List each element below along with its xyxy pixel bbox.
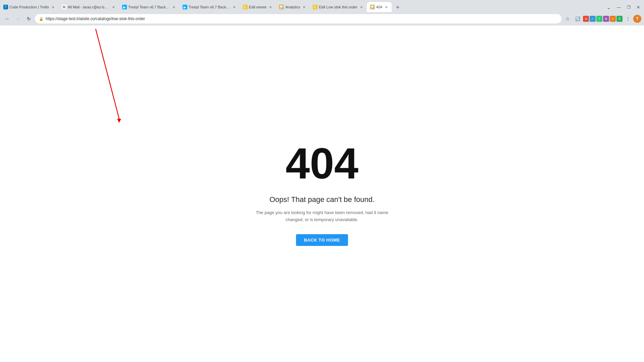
address-bar[interactable]: 🔒 https://stage-test.trialsite.co/catalo… [35,14,561,23]
ext-icon-2[interactable]: ✓ [590,16,596,22]
tab-trello[interactable]: TCode Production | Trello✕ [0,2,58,12]
url-text: https://stage-test.trialsite.co/catalogs… [46,16,557,21]
extension-button[interactable]: 🔃 [573,14,582,23]
tab-treepl2-close[interactable]: ✕ [232,4,237,10]
annotation-arrow [0,25,644,362]
tab-editlow-close[interactable]: ✕ [359,4,364,10]
window-controls: ⌄ — ❐ ✕ [604,3,644,12]
tab-trello-close[interactable]: ✕ [50,4,56,10]
back-to-home-button[interactable]: BACK TO HOME [296,234,348,246]
ext-icon-5[interactable]: ≡ [610,16,616,22]
tab-search-button[interactable]: ⌄ [604,3,613,12]
tab-analytics-close[interactable]: ✕ [301,4,307,10]
more-options-button[interactable]: ⋮ [623,14,633,23]
tab-treepl2[interactable]: ▶Treepl Team v6.7 Backlog✕ [179,2,240,12]
close-button[interactable]: ✕ [634,3,643,12]
error-description: The page you are looking for might have … [252,209,393,223]
bookmark-star-button[interactable]: ☆ [563,14,572,23]
tab-treepl1[interactable]: ▶Treepl Team v6.7 Backlog✕ [119,2,179,12]
tab-treepl2-label: Treepl Team v6.7 Backlog [189,5,230,9]
tab-gmail-favicon: M [62,5,66,9]
address-bar-row: ← → ↻ 🔒 https://stage-test.trialsite.co/… [0,12,644,25]
tab-edit[interactable]: EEdit eeeee✕ [240,2,276,12]
extension-icons: ✕ ✓ T ⊕ ≡ ☰ [583,16,623,22]
tab-404[interactable]: 📊404✕ [367,2,392,12]
tab-editlow-label: Edit Low stok this.order [319,5,357,9]
tab-treepl2-favicon: ▶ [183,5,187,9]
tab-trello-favicon: T [3,5,8,9]
tab-404-close[interactable]: ✕ [384,4,389,10]
tab-edit-label: Edit eeeee [249,5,267,9]
page-content: 404 Oops! That page can't be found. The … [0,25,644,362]
back-button[interactable]: ← [3,14,12,23]
ext-icon-3[interactable]: T [596,16,602,22]
reload-button[interactable]: ↻ [24,14,34,23]
restore-button[interactable]: ❐ [624,3,633,12]
tab-gmail-label: All Mail - taras.r@ez-bc.c... [68,5,109,9]
tab-404-label: 404 [376,5,382,9]
svg-line-0 [96,29,119,119]
tab-analytics[interactable]: 📊Analytics✕ [276,2,309,12]
tab-bar: TCode Production | Trello✕MAll Mail - ta… [0,0,644,12]
tab-edit-favicon: E [243,5,248,9]
svg-marker-1 [117,119,121,123]
tab-gmail[interactable]: MAll Mail - taras.r@ez-bc.c...✕ [58,2,119,12]
ext-icon-4[interactable]: ⊕ [603,16,609,22]
tab-treepl1-favicon: ▶ [122,5,127,9]
ext-icon-6[interactable]: ☰ [616,16,623,22]
new-tab-button[interactable]: + [393,3,402,12]
tab-editlow[interactable]: EEdit Low stok this.order✕ [309,2,366,12]
error-title: Oops! That page can't be found. [269,195,375,204]
tab-gmail-close[interactable]: ✕ [111,4,116,10]
tab-trello-label: Code Production | Trello [9,5,49,9]
toolbar-right: ☆ 🔃 ✕ ✓ T ⊕ ≡ ☰ ⋮ T [563,14,641,23]
forward-button[interactable]: → [13,14,23,23]
tab-editlow-favicon: E [313,5,317,9]
browser-chrome: TCode Production | Trello✕MAll Mail - ta… [0,0,644,25]
tab-treepl1-label: Treepl Team v6.7 Backlog [128,5,170,9]
ext-icon-1[interactable]: ✕ [583,16,589,22]
minimize-button[interactable]: — [614,3,624,12]
error-code: 404 [286,142,358,185]
lock-icon: 🔒 [39,17,44,21]
profile-button[interactable]: T [633,15,641,23]
tab-analytics-favicon: 📊 [279,5,284,9]
tab-analytics-label: Analytics [285,5,300,9]
tab-404-favicon: 📊 [370,5,375,9]
tab-edit-close[interactable]: ✕ [268,4,273,10]
tab-treepl1-close[interactable]: ✕ [171,4,177,10]
